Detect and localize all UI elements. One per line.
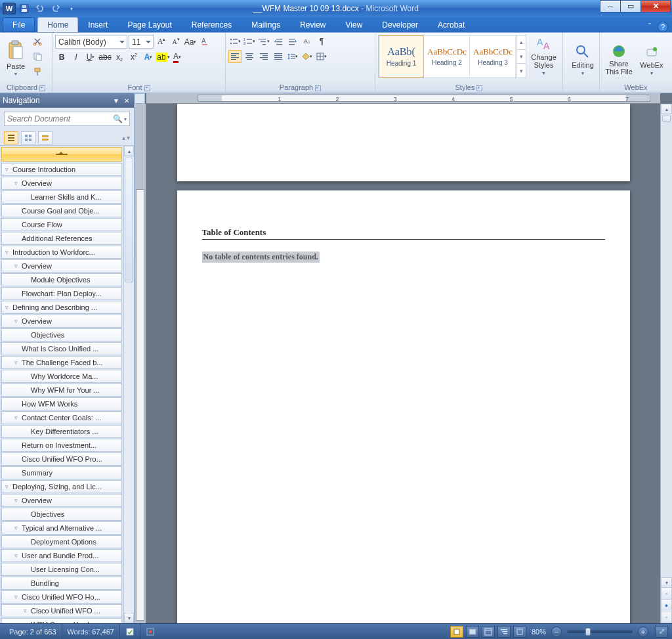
nav-heading-item[interactable]: Additional References — [1, 232, 122, 245]
collapse-icon[interactable]: ▿ — [3, 166, 10, 173]
collapse-icon[interactable]: ▿ — [12, 552, 20, 560]
collapse-icon[interactable]: ▿ — [12, 525, 20, 532]
show-marks-icon[interactable]: ¶ — [315, 35, 328, 48]
nav-heading-item[interactable]: ▿Typical and Alternative ... — [1, 521, 122, 535]
nav-heading-item[interactable]: ▿Cisco Unified WFO ... — [1, 604, 122, 617]
document-viewport[interactable]: Table of Contents No table of contents e… — [146, 104, 660, 623]
tab-acrobat[interactable]: Acrobat — [428, 17, 474, 32]
view-draft-icon[interactable] — [513, 626, 526, 638]
zoom-out-icon[interactable]: − — [551, 627, 562, 637]
style-heading1[interactable]: AaBb(Heading 1 — [379, 35, 424, 77]
nav-heading-item[interactable]: Objectives — [1, 328, 122, 342]
shading-icon[interactable]: ▾ — [301, 50, 314, 63]
copy-icon[interactable] — [30, 50, 45, 63]
nav-heading-item[interactable]: ▿Cisco Unified WFO Ho... — [1, 590, 122, 604]
view-outline-icon[interactable] — [497, 626, 511, 638]
close-button[interactable]: ✕ — [640, 0, 671, 12]
numbering-icon[interactable]: 12▾ — [243, 35, 256, 48]
browse-prev-icon[interactable]: ◦ — [661, 588, 672, 600]
nav-tab-results-icon[interactable] — [38, 131, 52, 144]
nav-next-icon[interactable]: ▾ — [127, 134, 130, 141]
collapse-icon[interactable]: ▿ — [22, 607, 29, 615]
navigation-scrollbar[interactable]: ▴ ▾ — [123, 146, 134, 623]
nav-heading-item[interactable]: ▿Deploying, Sizing, and Lic... — [1, 480, 122, 493]
nav-heading-item[interactable]: WFM Server Hardw... — [1, 618, 122, 623]
tab-mailings[interactable]: Mailings — [242, 17, 290, 32]
nav-heading-item[interactable]: Bundling — [1, 577, 122, 590]
minimize-ribbon-icon[interactable]: ˇ — [644, 22, 655, 32]
collapse-icon[interactable]: ▿ — [12, 318, 20, 325]
style-heading2[interactable]: AaBbCcDcHeading 2 — [425, 35, 470, 77]
status-page[interactable]: Page: 2 of 663 — [4, 624, 62, 639]
nav-scroll-thumb[interactable] — [125, 158, 133, 282]
nav-heading-item[interactable]: Deployment Options — [1, 535, 122, 548]
collapse-icon[interactable]: ▿ — [3, 249, 10, 256]
search-dropdown-icon[interactable]: ▾ — [124, 116, 127, 122]
grow-font-icon[interactable]: A▴ — [155, 35, 168, 49]
increase-indent-icon[interactable] — [286, 35, 299, 48]
browse-next-icon[interactable]: ◦ — [661, 611, 672, 623]
browse-object-icon[interactable]: ● — [661, 600, 672, 611]
format-painter-icon[interactable] — [30, 65, 45, 78]
styles-launcher-icon[interactable] — [476, 85, 482, 91]
vertical-ruler[interactable] — [135, 104, 146, 623]
tab-developer[interactable]: Developer — [372, 17, 428, 32]
tab-file[interactable]: File — [3, 17, 35, 32]
nav-heading-item[interactable]: Return on Investment... — [1, 439, 122, 452]
zoom-in-icon[interactable]: + — [638, 627, 648, 637]
nav-heading-item[interactable]: How WFM Works — [1, 397, 122, 410]
nav-heading-item[interactable]: ▿Contact Center Goals: ... — [1, 411, 122, 424]
multilevel-list-icon[interactable]: ▾ — [257, 35, 270, 48]
align-right-icon[interactable] — [257, 50, 270, 63]
zoom-slider[interactable] — [567, 630, 633, 633]
collapse-icon[interactable]: ▿ — [3, 304, 10, 311]
qat-customize-icon[interactable]: ▾ — [64, 2, 79, 15]
nav-heading-item[interactable]: Course Goal and Obje... — [1, 204, 122, 217]
sort-icon[interactable]: A↓ — [301, 35, 314, 48]
line-spacing-icon[interactable]: ▾ — [286, 50, 299, 63]
style-heading3[interactable]: AaBbCcDcHeading 3 — [471, 35, 516, 77]
highlight-icon[interactable]: ab▾ — [156, 51, 169, 64]
bold-icon[interactable]: B — [55, 51, 68, 64]
qat-redo-icon[interactable] — [49, 2, 63, 15]
zoom-slider-thumb[interactable] — [585, 628, 591, 636]
font-launcher-icon[interactable] — [144, 85, 150, 91]
tab-insert[interactable]: Insert — [78, 17, 117, 32]
clear-formatting-icon[interactable]: A — [198, 35, 211, 49]
nav-tab-pages-icon[interactable] — [21, 131, 35, 144]
text-effects-icon[interactable]: A▾ — [142, 51, 155, 64]
collapse-icon[interactable]: ▿ — [12, 594, 20, 601]
status-proofing-icon[interactable] — [120, 624, 140, 639]
italic-icon[interactable]: I — [70, 51, 83, 64]
paragraph-launcher-icon[interactable] — [315, 85, 321, 91]
nav-scroll-down-icon[interactable]: ▾ — [124, 613, 134, 623]
font-color-icon[interactable]: A▾ — [171, 51, 184, 64]
nav-heading-item[interactable]: ▿Overview — [1, 315, 122, 328]
change-styles-button[interactable]: AA Change Styles▼ — [528, 35, 560, 78]
underline-icon[interactable]: U▾ — [84, 51, 97, 64]
nav-heading-item[interactable]: Learner Skills and K... — [1, 190, 122, 204]
nav-heading-item[interactable]: Why WFM for Your ... — [1, 384, 122, 397]
shrink-font-icon[interactable]: A▾ — [169, 35, 182, 49]
align-left-icon[interactable] — [228, 50, 242, 63]
collapse-icon[interactable]: ▿ — [12, 497, 20, 504]
navigation-menu-icon[interactable]: ▼ — [112, 96, 121, 105]
font-size-combo[interactable]: 11 — [129, 35, 154, 49]
search-input[interactable] — [7, 114, 113, 123]
minimize-button[interactable]: ─ — [600, 0, 621, 12]
clipboard-launcher-icon[interactable] — [39, 85, 45, 91]
nav-heading-item[interactable]: ▿Overview — [1, 494, 122, 507]
nav-heading-item[interactable]: ▿Overview — [1, 177, 122, 190]
horizontal-ruler[interactable]: 1234567 — [146, 93, 660, 104]
nav-heading-item[interactable]: ▿Overview — [1, 259, 122, 273]
status-macro-icon[interactable] — [140, 624, 160, 639]
nav-heading-item[interactable]: Summary — [1, 466, 122, 479]
maximize-button[interactable]: ▭ — [620, 0, 641, 12]
bullets-icon[interactable]: ▾ — [228, 35, 242, 48]
ruler-toggle-icon[interactable] — [135, 93, 145, 104]
tab-page-layout[interactable]: Page Layout — [117, 17, 181, 32]
change-case-icon[interactable]: Aa▾ — [184, 35, 197, 49]
font-family-combo[interactable]: Calibri (Body) — [55, 35, 127, 49]
tab-review[interactable]: Review — [290, 17, 335, 32]
superscript-icon[interactable]: x2 — [127, 51, 140, 64]
